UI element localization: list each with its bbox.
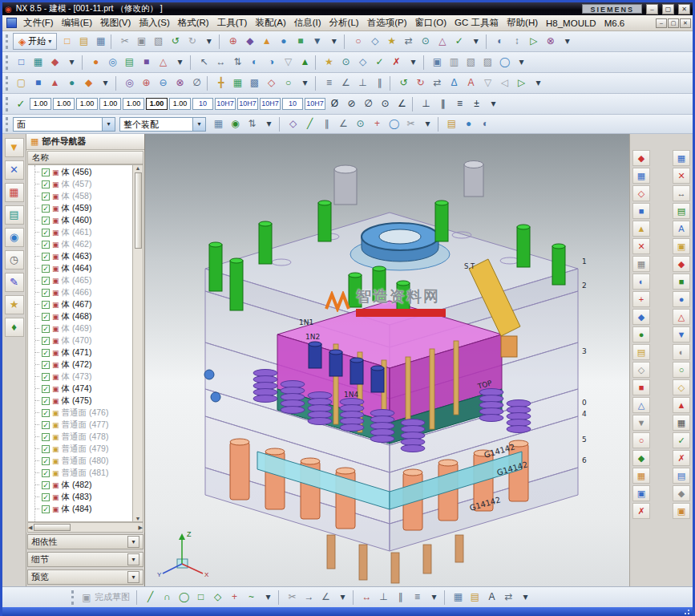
toolbar-icon[interactable]: ◆ bbox=[80, 75, 97, 91]
value-field[interactable]: 1.00 bbox=[169, 98, 191, 110]
apply-check-icon[interactable]: ✓ bbox=[13, 98, 29, 110]
list-item[interactable]: ✓ ▣ 体 (472) bbox=[35, 359, 132, 371]
tolerance-field[interactable]: 10H7 bbox=[305, 98, 325, 110]
toolbar-icon[interactable]: Ø bbox=[326, 95, 343, 112]
toolbar-icon[interactable]: ▾ bbox=[325, 33, 342, 50]
toolbar-icon[interactable]: A bbox=[483, 589, 500, 606]
visibility-checkbox[interactable]: ✓ bbox=[42, 433, 50, 441]
menu-item[interactable]: 编辑(E) bbox=[58, 16, 96, 30]
toolbar-icon[interactable]: ⇅ bbox=[229, 54, 246, 71]
collapsible-section-header[interactable]: 相依性 ▾ bbox=[27, 534, 143, 549]
toolbar-icon[interactable]: ▾ bbox=[200, 33, 217, 50]
menu-item[interactable]: 视图(V) bbox=[96, 16, 135, 30]
toolbar-icon[interactable] bbox=[115, 76, 119, 91]
toolbar-icon[interactable]: ⊥ bbox=[375, 589, 392, 606]
toolbar-icon[interactable]: ▣ bbox=[673, 503, 690, 519]
toolbar-icon[interactable]: ▾ bbox=[261, 116, 277, 132]
toolbar-icon[interactable]: ~ bbox=[243, 589, 260, 606]
visibility-checkbox[interactable]: ✓ bbox=[42, 265, 50, 273]
toolbar-icon[interactable] bbox=[353, 590, 357, 605]
toolbar-icon[interactable]: + bbox=[369, 116, 386, 132]
toolbar-icon[interactable]: ╋ bbox=[212, 75, 229, 91]
toolbar-icon[interactable]: △ bbox=[155, 54, 172, 71]
visibility-checkbox[interactable]: ✓ bbox=[42, 301, 50, 309]
list-item[interactable]: ✓ ▣ 普通面 (480) bbox=[35, 455, 132, 467]
mdi-minimize-button[interactable]: – bbox=[656, 18, 667, 28]
list-item[interactable]: ✓ ▣ 体 (482) bbox=[35, 479, 132, 491]
toolbar-icon[interactable]: ▦ bbox=[673, 150, 690, 166]
toolbar-icon[interactable] bbox=[315, 55, 319, 70]
toolbar-icon[interactable]: ✕ bbox=[632, 238, 650, 254]
toolbar-icon[interactable]: ▦ bbox=[632, 256, 650, 272]
list-item[interactable]: ✓ ▣ 体 (474) bbox=[35, 383, 132, 395]
selection-scope-dropdown[interactable]: 整个装配 ▾ bbox=[119, 117, 206, 132]
toolbar-icon[interactable]: ▾ bbox=[530, 75, 547, 91]
toolbar-icon[interactable] bbox=[444, 590, 448, 605]
visibility-checkbox[interactable]: ✓ bbox=[42, 313, 50, 321]
menu-item[interactable]: H8_MOULD bbox=[542, 18, 600, 29]
toolbar-icon[interactable]: ▦ bbox=[450, 589, 467, 606]
list-item[interactable]: ✓ ▣ 普通面 (481) bbox=[35, 467, 132, 479]
toolbar-icon[interactable]: ✓ bbox=[451, 33, 467, 50]
toolbar-icon[interactable]: ◉ bbox=[227, 116, 244, 132]
list-item[interactable]: ✓ ▣ 体 (456) bbox=[35, 166, 132, 178]
list-item[interactable]: ✓ ▣ 普通面 (477) bbox=[35, 419, 132, 431]
chevron-down-icon[interactable]: ▾ bbox=[127, 571, 139, 583]
toolbar-icon[interactable]: ▦ bbox=[30, 54, 46, 71]
chevron-down-icon[interactable]: ▾ bbox=[193, 117, 206, 132]
list-item[interactable]: ✓ ▣ 体 (471) bbox=[35, 346, 132, 359]
visibility-checkbox[interactable]: ✓ bbox=[42, 337, 50, 345]
toolbar-icon[interactable]: ↕ bbox=[508, 33, 525, 50]
toolbar-icon[interactable]: ▾ bbox=[485, 95, 502, 112]
menu-item[interactable]: 分析(L) bbox=[325, 16, 363, 30]
toolbar-icon[interactable]: ◇ bbox=[673, 379, 690, 395]
toolbar-icon[interactable]: ● bbox=[460, 116, 477, 132]
list-item[interactable]: ✓ ▣ 体 (457) bbox=[35, 178, 132, 190]
toolbar-icon[interactable]: ◆ bbox=[241, 33, 258, 50]
toolbar-icon[interactable]: ↖ bbox=[196, 54, 212, 71]
tolerance-field[interactable]: 10 bbox=[282, 98, 303, 110]
maximize-button[interactable]: ▢ bbox=[662, 4, 674, 14]
list-item[interactable]: ✓ ▣ 体 (470) bbox=[35, 334, 132, 346]
toolbar-icon[interactable]: ∅ bbox=[360, 95, 377, 112]
toolbar-icon[interactable]: ■ bbox=[30, 75, 46, 91]
mdi-close-button[interactable]: ✕ bbox=[680, 18, 691, 28]
toolbar-icon[interactable]: ▾ bbox=[513, 54, 530, 71]
toolbar-icon[interactable]: ✂ bbox=[116, 33, 133, 50]
visibility-checkbox[interactable]: ✓ bbox=[42, 180, 50, 188]
toolbar-icon[interactable] bbox=[279, 117, 283, 132]
value-field[interactable]: 1.00 bbox=[53, 98, 75, 110]
toolbar-icon[interactable]: ○ bbox=[632, 432, 650, 448]
locating-cylinders[interactable] bbox=[334, 161, 483, 205]
toolbar-icon[interactable]: ● bbox=[673, 291, 690, 307]
toolbar-icon[interactable] bbox=[344, 34, 348, 49]
toolbar-icon[interactable]: ⇄ bbox=[400, 33, 417, 50]
toolbar-icon[interactable]: ▾ bbox=[97, 75, 114, 91]
toolbar-icon[interactable]: ▤ bbox=[121, 54, 138, 71]
resource-bar-icon[interactable]: ◷ bbox=[5, 250, 24, 270]
toolbar-icon[interactable]: ▾ bbox=[297, 75, 313, 91]
menu-item[interactable]: 文件(F) bbox=[19, 16, 58, 30]
toolbar-icon[interactable]: ▷ bbox=[513, 75, 530, 91]
toolbar-icon[interactable]: ◐ bbox=[477, 116, 494, 132]
menu-item[interactable]: 首选项(P) bbox=[363, 16, 411, 30]
name-column-header[interactable]: 名称 bbox=[27, 151, 143, 164]
toolbar-icon[interactable]: ◯ bbox=[176, 589, 192, 606]
toolbar-icon[interactable]: ∠ bbox=[394, 95, 410, 112]
toolbar-icon[interactable]: ■ bbox=[632, 203, 650, 219]
toolbar-icon[interactable]: ▤ bbox=[443, 116, 460, 132]
visibility-checkbox[interactable]: ✓ bbox=[42, 469, 50, 477]
scroll-up-icon[interactable]: ▲ bbox=[135, 165, 141, 171]
toolbar-icon[interactable]: + bbox=[632, 291, 650, 307]
toolbar-icon[interactable]: ▧ bbox=[150, 33, 167, 50]
toolbar-icon[interactable] bbox=[438, 117, 442, 132]
toolbar-icon[interactable]: ★ bbox=[383, 33, 400, 50]
toolbar-icon[interactable]: ▤ bbox=[75, 33, 92, 50]
toolbar-icon[interactable]: ∥ bbox=[318, 116, 335, 132]
toolbar-icon[interactable]: ▾ bbox=[172, 54, 188, 71]
toolbar-icon[interactable]: ▲ bbox=[673, 397, 690, 413]
toolbar-icon[interactable]: ◑ bbox=[263, 54, 280, 71]
toolbar-icon[interactable]: ◆ bbox=[46, 54, 63, 71]
resource-bar-icon[interactable]: ♦ bbox=[5, 318, 24, 337]
toolbar-icon[interactable]: ⊙ bbox=[377, 95, 394, 112]
